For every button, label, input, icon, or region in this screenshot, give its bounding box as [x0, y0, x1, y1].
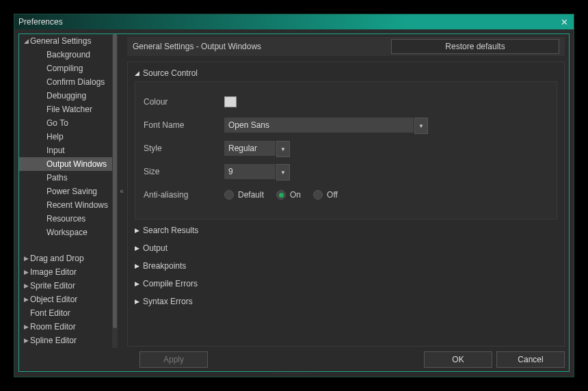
chevron-right-icon: ▶: [22, 337, 30, 344]
section-collapsed: ▶Search Results: [135, 224, 557, 237]
style-select[interactable]: Regular ▼: [224, 141, 290, 156]
sidebar-item-label: Image Editor: [30, 267, 77, 277]
section-collapsed: ▶Syntax Errors: [135, 295, 557, 308]
aa-radio-off[interactable]: Off: [313, 190, 338, 200]
sidebar-item-label: Room Editor: [30, 322, 76, 332]
sidebar-scrollbar-thumb[interactable]: [113, 34, 117, 328]
chevron-down-icon: ◢: [135, 70, 143, 77]
radio-dot: [224, 190, 234, 200]
titlebar: Preferences ✕: [14, 14, 574, 29]
font-name-select[interactable]: Open Sans ▼: [224, 118, 428, 133]
sidebar-item[interactable]: ▶Image Editor: [19, 265, 112, 279]
chevron-right-icon: ▶: [22, 323, 30, 330]
radio-dot: [313, 190, 323, 200]
sidebar-item-label: Power Saving: [46, 187, 97, 196]
label-font-name: Font Name: [144, 120, 224, 130]
section-header[interactable]: ▶Syntax Errors: [135, 295, 557, 308]
chevron-down-icon: ▼: [414, 118, 428, 134]
resize-grip-icon[interactable]: ::::::::::::::: [273, 369, 314, 375]
main-panel: General Settings - Output Windows Restor…: [126, 34, 569, 348]
sidebar-item[interactable]: Resources: [19, 212, 112, 226]
sidebar: ◢General SettingsBackgroundCompilingConf…: [19, 34, 118, 348]
label-anti-aliasing: Anti-aliasing: [144, 190, 224, 200]
sidebar-item-label: Debugging: [46, 91, 86, 100]
chevron-right-icon: ▶: [135, 298, 143, 305]
sidebar-item-label: Object Editor: [30, 295, 77, 304]
window-title: Preferences: [18, 17, 559, 27]
sidebar-collapse-handle[interactable]: «: [118, 34, 126, 348]
section-title: Search Results: [143, 226, 198, 235]
section-header[interactable]: ▶Breakpoints: [135, 259, 557, 273]
section-title: Compile Errors: [143, 279, 198, 288]
sidebar-item[interactable]: ▶Object Editor: [19, 293, 112, 306]
sidebar-item[interactable]: Confirm Dialogs: [19, 75, 112, 89]
sidebar-item[interactable]: Output Windows: [19, 157, 112, 171]
content-frame: ◢General SettingsBackgroundCompilingConf…: [18, 33, 570, 372]
sidebar-item[interactable]: Workspace: [19, 226, 112, 239]
sidebar-item[interactable]: Paths: [19, 171, 112, 185]
sidebar-item[interactable]: Debugging: [19, 89, 112, 103]
cancel-button[interactable]: Cancel: [496, 351, 565, 368]
sidebar-item-label: Drag and Drop: [30, 254, 84, 263]
breadcrumb: General Settings - Output Windows: [133, 42, 391, 51]
chevron-right-icon: ▶: [22, 255, 30, 262]
section-collapsed: ▶Breakpoints: [135, 259, 557, 273]
sidebar-scrollbar[interactable]: [112, 34, 118, 348]
sidebar-item-label: Help: [46, 132, 64, 141]
aa-radio-default[interactable]: Default: [224, 190, 264, 200]
chevron-down-icon: ▼: [276, 141, 290, 157]
footer: Apply OK Cancel: [19, 348, 569, 371]
header-row: General Settings - Output Windows Restor…: [127, 37, 565, 56]
chevron-right-icon: ▶: [135, 227, 143, 234]
settings-panel: ◢ Source Control Colour Font Name: [127, 62, 565, 347]
sidebar-item-label: General Settings: [30, 36, 91, 46]
sidebar-item[interactable]: ▶Sprite Editor: [19, 279, 112, 293]
sidebar-item[interactable]: Go To: [19, 116, 112, 130]
colour-swatch[interactable]: [224, 96, 237, 107]
ok-button[interactable]: OK: [424, 351, 492, 368]
section-header-source-control[interactable]: ◢ Source Control: [135, 66, 557, 80]
label-size: Size: [144, 167, 224, 176]
section-title: Output: [143, 243, 168, 253]
size-select[interactable]: 9 ▼: [224, 164, 290, 179]
sidebar-item-label: File Watcher: [46, 105, 92, 114]
sidebar-item[interactable]: ▶Room Editor: [19, 320, 112, 334]
sidebar-item-label: Background: [46, 50, 90, 59]
apply-button[interactable]: Apply: [139, 351, 208, 368]
sidebar-item-label: Input: [46, 146, 65, 155]
sidebar-item[interactable]: Input: [19, 144, 112, 157]
section-title: Syntax Errors: [143, 297, 193, 306]
sidebar-item-label: Font Editor: [30, 308, 70, 318]
sidebar-item-label: Go To: [46, 118, 68, 128]
section-header[interactable]: ▶Compile Errors: [135, 277, 557, 291]
chevron-right-icon: ▶: [22, 269, 30, 275]
section-header[interactable]: ▶Search Results: [135, 224, 557, 237]
chevron-right-icon: ▶: [135, 245, 143, 252]
sidebar-item[interactable]: ◢General Settings: [19, 34, 112, 48]
sidebar-item-label: Resources: [46, 214, 85, 224]
sidebar-item[interactable]: Help: [19, 130, 112, 144]
radio-dot: [276, 190, 286, 200]
section-title: Breakpoints: [143, 261, 186, 271]
sidebar-item-label: Sprite Editor: [30, 281, 75, 291]
collapse-icon: «: [120, 187, 124, 195]
sidebar-item[interactable]: File Watcher: [19, 103, 112, 116]
sidebar-item[interactable]: Compiling: [19, 62, 112, 75]
sidebar-item[interactable]: ▶Drag and Drop: [19, 252, 112, 265]
section-header[interactable]: ▶Output: [135, 241, 557, 255]
sidebar-item-label: Confirm Dialogs: [46, 77, 105, 87]
sidebar-item[interactable]: Power Saving: [19, 185, 112, 198]
restore-defaults-button[interactable]: Restore defaults: [391, 39, 559, 54]
sidebar-item[interactable]: Font Editor: [19, 306, 112, 320]
close-icon[interactable]: ✕: [559, 16, 570, 27]
sidebar-item[interactable]: Background: [19, 48, 112, 62]
sidebar-item-label: Spline Editor: [30, 336, 77, 345]
sidebar-item-label: Paths: [46, 173, 68, 183]
sidebar-item[interactable]: Recent Windows: [19, 198, 112, 212]
section-source-control: ◢ Source Control Colour Font Name: [135, 66, 557, 219]
chevron-right-icon: ▶: [135, 262, 143, 269]
chevron-right-icon: ▶: [22, 282, 30, 289]
aa-radio-on[interactable]: On: [276, 190, 301, 200]
sidebar-item-label: Workspace: [46, 228, 88, 237]
sidebar-item[interactable]: ▶Spline Editor: [19, 334, 112, 347]
